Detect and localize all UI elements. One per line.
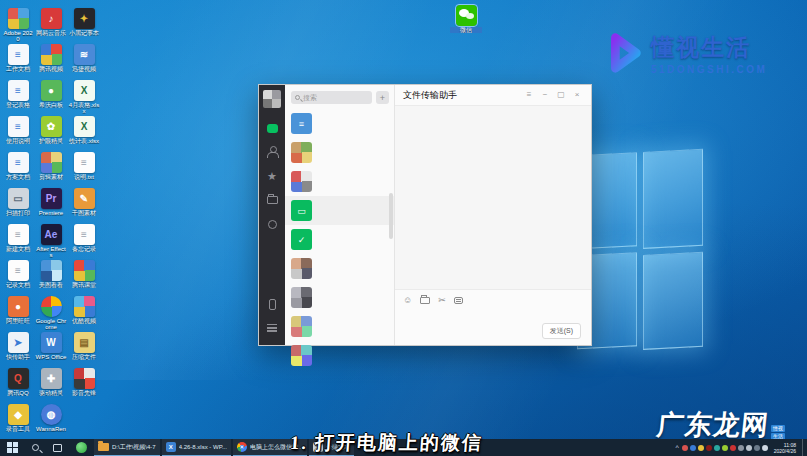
chat-list-item[interactable]	[285, 167, 394, 196]
desktop-icon-image: ◍	[41, 404, 62, 425]
send-file-icon[interactable]	[420, 295, 430, 305]
desktop-icon[interactable]: Google Chrome	[35, 296, 67, 330]
desktop-icon[interactable]: ◆录音工具	[2, 404, 34, 432]
tray-app-icon[interactable]	[698, 445, 704, 451]
desktop-icon[interactable]: PrPremiere	[35, 188, 67, 216]
icon-glyph: ●	[15, 301, 21, 312]
tray-app-icon[interactable]	[682, 445, 688, 451]
desktop-icon[interactable]: ✚驱动精灵	[35, 368, 67, 396]
watermark-text: 广东龙网	[655, 407, 771, 443]
sidebar-chat-icon[interactable]	[265, 121, 279, 135]
desktop-icon[interactable]: X统计表.xlsx	[68, 116, 100, 144]
desktop-icon-label: Adobe 2020	[2, 30, 34, 42]
desktop-icon[interactable]: ●希沃白板	[35, 80, 67, 108]
taskbar-search-button[interactable]	[25, 439, 46, 456]
user-avatar[interactable]	[263, 90, 281, 108]
taskbar-clock[interactable]: 11:08 2020/4/26	[774, 442, 796, 454]
sidebar-favorites-icon[interactable]: ★	[265, 169, 279, 183]
sidebar-phone-icon[interactable]	[265, 297, 279, 311]
sidebar-moments-icon[interactable]	[265, 217, 279, 231]
desktop-icon[interactable]: ●阿里旺旺	[2, 296, 34, 324]
desktop-icon[interactable]: Adobe 2020	[2, 8, 34, 42]
desktop-icon-image: Q	[8, 368, 29, 389]
desktop-icon[interactable]: 剪辑素材	[35, 152, 67, 180]
message-input-area[interactable]: ☺ ✂ 发送(S)	[395, 289, 591, 345]
tray-app-icon[interactable]	[706, 445, 712, 451]
tray-app-icon[interactable]	[738, 445, 744, 451]
desktop-icon-label: 压缩文件	[68, 354, 100, 360]
desktop-icon[interactable]: ◍WannaRen	[35, 404, 67, 432]
tray-app-icon[interactable]	[762, 445, 768, 451]
tray-app-icon[interactable]	[754, 445, 760, 451]
desktop-icon[interactable]: Q腾讯QQ	[2, 368, 34, 396]
desktop-icon[interactable]: ≡说明.txt	[68, 152, 100, 180]
screenshot-icon[interactable]: ✂	[438, 295, 446, 305]
chat-list-item[interactable]	[285, 341, 394, 370]
desktop-icon-label: 说明.txt	[68, 174, 100, 180]
search-input[interactable]: 搜索	[291, 91, 372, 104]
desktop-icon[interactable]: ≡备忘记录	[68, 224, 100, 252]
desktop-icon[interactable]: WWPS Office	[35, 332, 67, 360]
chat-list-item[interactable]: ≡	[285, 109, 394, 138]
desktop-icon[interactable]: ≡工作文档	[2, 44, 34, 72]
desktop-icon[interactable]: 腾讯视频	[35, 44, 67, 72]
desktop-icon[interactable]: X4月表格.xlsx	[68, 80, 100, 114]
chat-menu-icon[interactable]: ≡	[521, 88, 537, 102]
show-desktop-button[interactable]	[802, 439, 805, 456]
desktop-icon[interactable]: ➤快传助手	[2, 332, 34, 360]
task-view-button[interactable]	[46, 439, 69, 456]
icon-glyph: ✿	[47, 121, 55, 132]
chat-avatar	[291, 258, 312, 279]
chat-list-item[interactable]	[285, 312, 394, 341]
chat-list-item[interactable]: ✓	[285, 225, 394, 254]
watermark-brand: 懂视生活	[651, 32, 767, 63]
close-button[interactable]: ×	[569, 88, 585, 102]
sidebar-files-icon[interactable]	[265, 193, 279, 207]
task-view-icon	[53, 444, 62, 452]
maximize-button[interactable]: ▢	[553, 88, 569, 102]
tray-app-icon[interactable]	[690, 445, 696, 451]
desktop-icon[interactable]: ✎千图素材	[68, 188, 100, 216]
minimize-button[interactable]: −	[537, 88, 553, 102]
tray-app-icon[interactable]	[722, 445, 728, 451]
chat-list-item[interactable]	[285, 254, 394, 283]
chat-history-icon[interactable]	[454, 295, 463, 305]
desktop-icon[interactable]: ▭扫描打印	[2, 188, 34, 216]
tray-app-icon[interactable]	[714, 445, 720, 451]
taskbar-pinned-app[interactable]	[69, 439, 94, 456]
desktop-icon[interactable]: ✦小黑记事本	[68, 8, 100, 36]
sidebar-menu-icon[interactable]	[265, 321, 279, 335]
add-chat-button[interactable]: +	[376, 91, 389, 104]
start-button[interactable]	[0, 439, 25, 456]
chat-list-item[interactable]	[285, 138, 394, 167]
desktop-icon[interactable]: ▤压缩文件	[68, 332, 100, 360]
taskbar-app-button[interactable]: D:\工作\视频\4-7	[94, 439, 160, 456]
desktop-icon-wechat[interactable]: 微信	[450, 5, 482, 33]
desktop-icon[interactable]: ≡方案文档	[2, 152, 34, 180]
desktop-icon[interactable]: 腾讯课堂	[68, 260, 100, 288]
chat-list-item[interactable]	[285, 283, 394, 312]
tray-expand-icon[interactable]: ^	[675, 444, 678, 451]
desktop-icon-image: ➤	[8, 332, 29, 353]
desktop-icon[interactable]: ♪网易云音乐	[35, 8, 67, 36]
emoji-icon[interactable]: ☺	[403, 295, 412, 305]
desktop-icon[interactable]: 美图看看	[35, 260, 67, 288]
desktop-icon[interactable]: 优酷视频	[68, 296, 100, 324]
desktop-icon[interactable]: ≡记录文档	[2, 260, 34, 288]
desktop-icon[interactable]: ≡新建文档	[2, 224, 34, 252]
tray-app-icon[interactable]	[746, 445, 752, 451]
desktop-icon[interactable]: ≡使用说明	[2, 116, 34, 144]
chat-list-item[interactable]: ▭	[285, 196, 394, 225]
desktop-icon[interactable]: ≡登记表格	[2, 80, 34, 108]
desktop-icon[interactable]: ≋迅捷视频	[68, 44, 100, 72]
tray-app-icon[interactable]	[730, 445, 736, 451]
desktop-icon[interactable]: ✿护眼精灵	[35, 116, 67, 144]
taskbar-app-button[interactable]: X4.26-8.xlsx - WP...	[162, 439, 231, 456]
chat-list-scrollbar[interactable]	[389, 193, 393, 239]
send-button[interactable]: 发送(S)	[542, 323, 581, 339]
chat-titlebar: 文件传输助手 ≡ − ▢ ×	[395, 85, 591, 106]
desktop-icon[interactable]: AeAfter Effects	[35, 224, 67, 258]
desktop-icon[interactable]: 影音先锋	[68, 368, 100, 396]
sidebar-contacts-icon[interactable]	[265, 145, 279, 159]
desktop-icon-label: 阿里旺旺	[2, 318, 34, 324]
